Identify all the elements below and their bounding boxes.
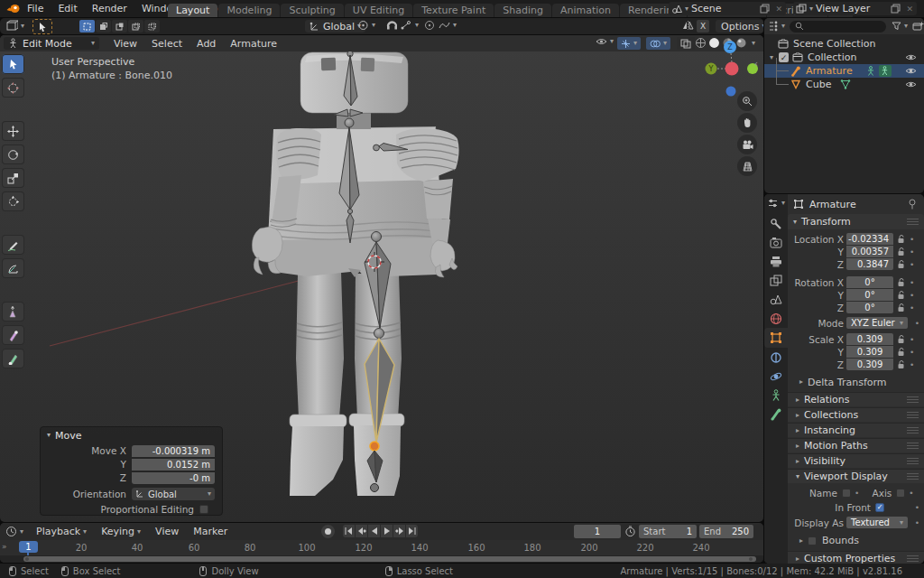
mesh-data-icon[interactable] [840,79,851,89]
timeline-scrollbar[interactable] [23,556,756,562]
animate-dot[interactable]: • [910,348,914,357]
animate-dot[interactable]: • [915,319,919,328]
outliner-filter-dropdown[interactable]: ▾ [892,22,908,31]
move-x-field[interactable]: -0.000319 m [132,445,215,457]
collection-checkbox[interactable]: ✓ [779,52,789,62]
snap-target-dropdown[interactable]: ▾ [400,20,419,31]
view-layer-name[interactable]: View Layer [816,3,891,14]
scale-x-field[interactable]: 0.309 [846,333,893,345]
move-panel-header[interactable]: ▾ Move [41,427,222,443]
disclosure-triangle-icon[interactable]: ▾ [770,54,773,61]
snap-toggle-icon[interactable] [386,20,397,31]
scale-y-field[interactable]: 0.309 [846,346,893,358]
workspace-tab-sculpting[interactable]: Sculpting [281,4,343,17]
workspace-tab-uv-editing[interactable]: UV Editing [345,4,412,17]
lock-icon[interactable] [897,247,905,256]
move-y-field[interactable]: 0.0152 m [132,459,215,471]
editor-type-timeline-button[interactable]: ▾ [5,526,23,537]
rotation-z-field[interactable]: 0° [846,302,893,313]
select-mode-subtract-button[interactable] [112,20,127,33]
bounds-subpanel[interactable]: ▸ Bounds [797,535,924,546]
tool-measure[interactable] [2,258,24,278]
camera-view-button[interactable] [737,135,757,154]
view-layer-icon[interactable]: ▾ [793,4,816,14]
timeline-menu-keying[interactable]: Keying▾ [94,526,148,537]
viewport-menu-select[interactable]: Select [144,38,189,50]
copy-view-layer-icon[interactable] [891,4,901,14]
bounds-checkbox[interactable] [808,536,817,545]
rotation-y-field[interactable]: 0° [846,289,893,301]
select-mode-intersect-button[interactable] [144,20,160,33]
outliner-row-armature[interactable]: Armature [764,64,924,78]
tab-armature-data[interactable] [770,389,782,402]
view-layer-selector[interactable]: ▾ View Layer ✕ [793,2,917,15]
pose-icon[interactable] [865,66,876,77]
tab-world[interactable] [770,312,782,325]
panel-drag-grip[interactable] [907,473,919,480]
outliner-row-scene-collection[interactable]: Scene Collection [764,37,924,51]
tool-scale[interactable] [2,168,24,188]
jump-to-start-button[interactable] [343,525,355,537]
options-dropdown[interactable]: Options▾ [716,20,763,33]
move-z-field[interactable]: -0 m [132,472,215,484]
outliner-row-cube[interactable]: Cube [764,78,924,91]
proportional-editing-checkbox[interactable] [199,505,208,514]
tool-transform[interactable] [2,191,24,211]
animate-dot[interactable]: • [910,303,914,312]
panel-drag-grip[interactable] [907,219,919,225]
collections-panel-header[interactable]: ▸Collections [788,407,924,422]
pan-button[interactable] [737,113,757,133]
display-axis-checkbox[interactable] [896,489,905,498]
pin-icon[interactable] [908,199,917,210]
editor-type-3d-viewport-button[interactable]: ▾ [5,20,24,32]
tab-scene[interactable] [770,294,782,305]
display-name-checkbox[interactable] [842,489,851,498]
select-mode-invert-button[interactable] [128,20,143,33]
in-front-checkbox[interactable]: ✓ [875,503,884,512]
timeline-ruler[interactable]: 20 40 60 80 100 120 140 160 180 200 220 … [0,540,763,555]
hide-eye-icon[interactable] [905,80,917,89]
scrollbar-right-cap[interactable] [749,557,753,561]
show-overlays-dropdown[interactable]: ▾ [646,37,670,50]
tool-annotate[interactable] [2,235,24,255]
tool-rotate[interactable] [2,144,24,164]
toggle-ortho-button[interactable] [737,156,757,176]
scale-z-field[interactable]: 0.309 [846,359,893,370]
menu-edit[interactable]: Edit [51,3,84,14]
outliner-search-field[interactable] [790,21,886,33]
lock-icon[interactable] [897,291,905,300]
tool-roll[interactable] [2,325,24,345]
tab-object[interactable] [764,328,788,348]
object-type-visibility-dropdown[interactable]: ▾ [596,37,614,46]
current-frame-field[interactable]: 1 [574,525,621,538]
lock-icon[interactable] [897,348,905,357]
viewport-menu-view[interactable]: View [106,38,144,50]
select-mode-set-button[interactable] [79,20,95,33]
tab-view-layer[interactable] [770,275,782,286]
relations-panel-header[interactable]: ▸Relations [788,392,924,406]
rotation-mode-dropdown[interactable]: XYZ Euler▾ [846,317,908,329]
tab-render[interactable] [770,237,782,248]
mode-dropdown[interactable]: Edit Mode ▾ [4,37,99,50]
next-keyframe-button[interactable] [393,525,405,537]
location-z-field[interactable]: 0.3847 [846,258,893,270]
new-collection-button[interactable] [912,21,924,32]
panel-drag-grip[interactable] [907,427,919,434]
lock-icon[interactable] [897,360,905,369]
copy-scene-icon[interactable] [760,4,770,14]
display-as-dropdown[interactable]: Textured▾ [846,517,908,528]
proportional-editing-icon[interactable] [424,20,435,31]
preview-range-icon[interactable] [624,526,636,537]
location-y-field[interactable]: 0.00357 [846,246,893,257]
lock-icon[interactable] [897,235,905,244]
editor-type-outliner-button[interactable]: ▾ [768,21,785,32]
animate-dot[interactable]: • [910,235,914,244]
rotation-x-field[interactable]: 0° [846,276,893,288]
playhead[interactable]: 1 [19,541,38,553]
blender-logo-icon[interactable] [6,4,20,14]
delta-transform-subpanel[interactable]: ▸Delta Transform [797,376,924,388]
delete-scene-icon[interactable]: ✕ [772,5,786,14]
scrollbar-left-cap[interactable] [25,557,29,561]
menu-file[interactable]: File [20,3,51,14]
lock-icon[interactable] [897,278,905,287]
